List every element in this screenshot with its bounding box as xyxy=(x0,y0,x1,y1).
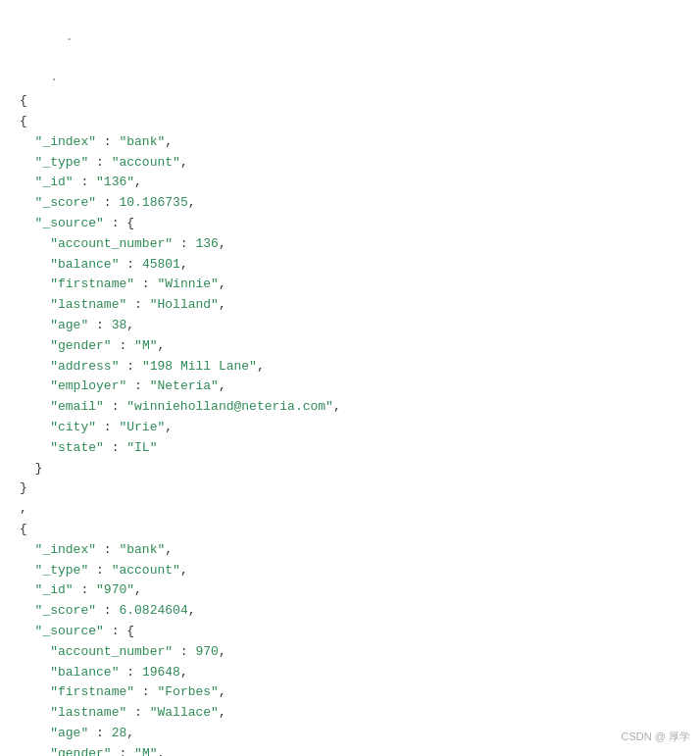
code-line: { xyxy=(20,112,680,132)
code-line: { xyxy=(20,91,680,112)
open-brace-top: · xyxy=(50,32,73,47)
code-line: , xyxy=(20,499,680,520)
code-line: "balance" : 45801, xyxy=(20,255,680,276)
code-line: "lastname" : "Wallace", xyxy=(20,703,680,724)
watermark: CSDN @ 厚学 xyxy=(622,729,690,746)
code-line: "_score" : 6.0824604, xyxy=(20,601,680,622)
code-line: "balance" : 19648, xyxy=(20,663,680,683)
code-line: "account_number" : 970, xyxy=(20,642,680,663)
code-line: "age" : 28, xyxy=(20,724,680,744)
code-line: } xyxy=(20,459,680,479)
code-line: "_source" : { xyxy=(20,622,680,642)
code-line: "address" : "198 Mill Lane", xyxy=(20,357,680,378)
code-line: "firstname" : "Forbes", xyxy=(20,682,680,703)
code-line: "state" : "IL" xyxy=(20,438,680,459)
code-line: "gender" : "M", xyxy=(20,336,680,357)
json-content: · xyxy=(0,10,700,71)
code-line: { xyxy=(20,520,680,540)
json-output: ·{{ "_index" : "bank", "_type" : "accoun… xyxy=(0,71,700,756)
code-line: "_type" : "account", xyxy=(20,561,680,581)
code-line: "gender" : "M", xyxy=(20,744,680,756)
code-line: "account_number" : 136, xyxy=(20,234,680,255)
code-line: "email" : "winnieholland@neteria.com", xyxy=(20,397,680,418)
code-line: "_index" : "bank", xyxy=(20,540,680,561)
code-line: "_score" : 10.186735, xyxy=(20,193,680,214)
code-line: · xyxy=(20,71,680,91)
code-line: "_id" : "136", xyxy=(20,173,680,193)
code-line: "city" : "Urie", xyxy=(20,418,680,438)
code-line: "employer" : "Neteria", xyxy=(20,377,680,397)
code-line: "_index" : "bank", xyxy=(20,132,680,153)
code-line: "lastname" : "Holland", xyxy=(20,295,680,316)
code-line: } xyxy=(20,479,680,499)
code-line: "_id" : "970", xyxy=(20,580,680,601)
code-line: "firstname" : "Winnie", xyxy=(20,275,680,295)
code-line: "_source" : { xyxy=(20,214,680,234)
code-viewer: · ·{{ "_index" : "bank", "_type" : "acco… xyxy=(0,0,700,756)
code-line: "_type" : "account", xyxy=(20,153,680,174)
code-line: "age" : 38, xyxy=(20,316,680,336)
